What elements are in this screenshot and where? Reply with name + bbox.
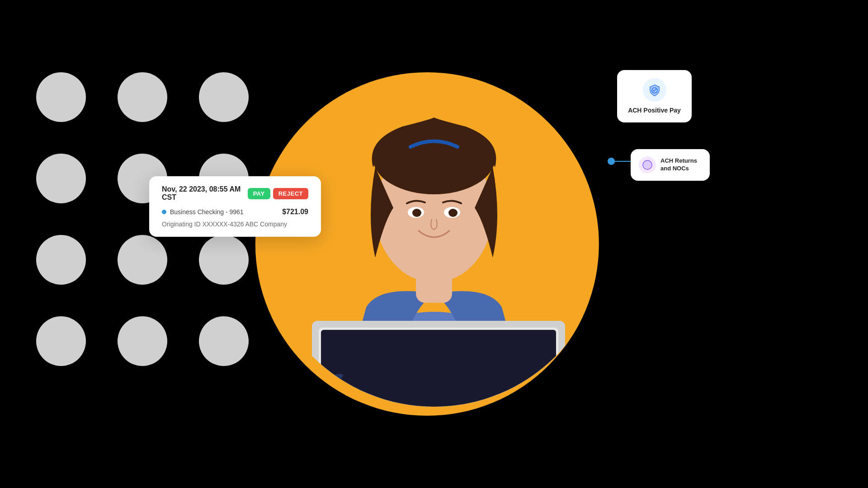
- dot: [118, 316, 167, 366]
- reject-button[interactable]: REJECT: [273, 188, 308, 199]
- dot: [36, 154, 86, 203]
- pay-button[interactable]: PAY: [248, 188, 270, 199]
- dot: [36, 72, 86, 122]
- ach-positive-pay-card: ACH Positive Pay: [617, 70, 692, 122]
- dot: [118, 72, 167, 122]
- action-buttons: PAY REJECT: [248, 188, 308, 199]
- transaction-account-row: Business Checking - 9961 $721.09: [162, 208, 308, 216]
- connecting-line: [613, 161, 631, 162]
- svg-point-9: [448, 209, 458, 217]
- originating-id: Originating ID XXXXXX-4326 ABC Company: [162, 221, 308, 228]
- dot: [199, 235, 249, 285]
- shield-icon-container: [643, 78, 666, 102]
- scene: Nov, 22 2023, 08:55 AM CST PAY REJECT Bu…: [0, 0, 868, 488]
- dot: [36, 316, 86, 366]
- svg-point-10: [298, 395, 335, 418]
- ach-returns-card: ACH Returns and NOCs: [631, 149, 710, 181]
- transaction-date: Nov, 22 2023, 08:55 AM CST: [162, 185, 248, 202]
- account-indicator-dot: [162, 210, 166, 214]
- ach-returns-label: ACH Returns and NOCs: [660, 157, 702, 173]
- svg-point-11: [533, 395, 570, 418]
- svg-rect-15: [321, 330, 556, 456]
- ach-positive-pay-label: ACH Positive Pay: [628, 106, 681, 114]
- connecting-endpoint-dot: [608, 158, 615, 165]
- dot: [199, 72, 249, 122]
- svg-point-8: [412, 209, 421, 217]
- account-amount: $721.09: [282, 208, 308, 216]
- account-name: Business Checking - 9961: [170, 208, 282, 216]
- shield-icon: [648, 83, 661, 97]
- moon-icon-container: [639, 156, 656, 174]
- dot: [199, 316, 249, 366]
- dot: [118, 235, 167, 285]
- dot: [36, 235, 86, 285]
- moon-icon: [642, 160, 653, 170]
- person-illustration: [276, 14, 592, 456]
- transaction-card-header: Nov, 22 2023, 08:55 AM CST PAY REJECT: [162, 185, 308, 202]
- transaction-card: Nov, 22 2023, 08:55 AM CST PAY REJECT Bu…: [149, 176, 321, 237]
